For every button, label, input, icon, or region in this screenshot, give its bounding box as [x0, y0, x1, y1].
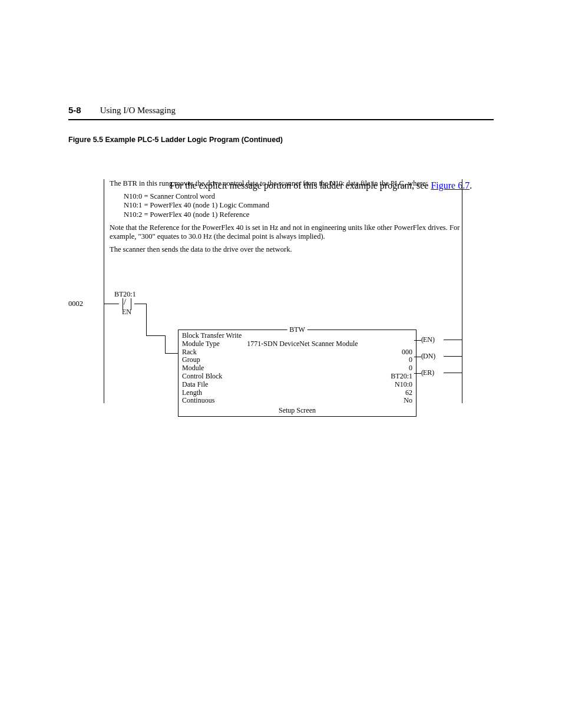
btw-row-label: Control Block	[181, 373, 243, 381]
btw-row-label: Rack	[181, 348, 243, 357]
rung-note: Note that the Reference for the PowerFle…	[110, 223, 462, 242]
rung-def: N10:0 = Scanner Control word	[124, 192, 462, 202]
rung-def: N10:2 = PowerFlex 40 (node 1) Reference	[124, 210, 462, 220]
btw-row-label: Group	[181, 356, 243, 364]
er-coil: (ER)	[414, 368, 434, 377]
btw-row-label: Data File	[181, 381, 243, 389]
btw-row-val: 1771-SDN DeviceNet Scanner Module	[243, 340, 414, 348]
btw-row-val: 0	[243, 356, 414, 364]
btw-row-val: 000	[243, 348, 414, 357]
figure-caption: Figure 5.5 Example PLC-5 Ladder Logic Pr…	[68, 136, 494, 144]
en-coil: (EN)	[414, 335, 434, 344]
btw-setup: Setup Screen	[181, 405, 414, 415]
contact-label-bottom: EN	[122, 308, 131, 317]
btw-row-label: Module	[181, 364, 243, 373]
btw-row-val: 0	[243, 364, 414, 373]
follow-text-after: .	[470, 180, 472, 190]
btw-instruction: BTW Block Transfer Write Module Type 177…	[178, 330, 416, 417]
btw-row-val: N10:0	[243, 381, 414, 389]
rung-scan: The scanner then sends the data to the d…	[110, 245, 462, 255]
btw-row-val: 62	[243, 389, 414, 397]
btw-row-label: Module Type	[181, 340, 243, 348]
btw-title: BTW	[287, 325, 308, 334]
btw-row-label: Continuous	[181, 397, 243, 405]
rung-def: N10:1 = PowerFlex 40 (node 1) Logic Comm…	[124, 201, 462, 210]
page-header: 5-8 Using I/O Messaging	[68, 105, 494, 120]
dn-coil: (DN)	[414, 352, 435, 361]
btw-row-val: No	[243, 397, 414, 405]
btw-row-val: BT20:1	[243, 373, 414, 381]
contact-label-top: BT20:1	[114, 290, 136, 299]
page-number: 5-8	[68, 105, 81, 115]
header-title: Using I/O Messaging	[100, 106, 176, 116]
rung-number: 0002	[68, 299, 83, 309]
rung-intro: The BTR in this rung moves the drive con…	[110, 179, 462, 189]
btw-row-label: Length	[181, 389, 243, 397]
